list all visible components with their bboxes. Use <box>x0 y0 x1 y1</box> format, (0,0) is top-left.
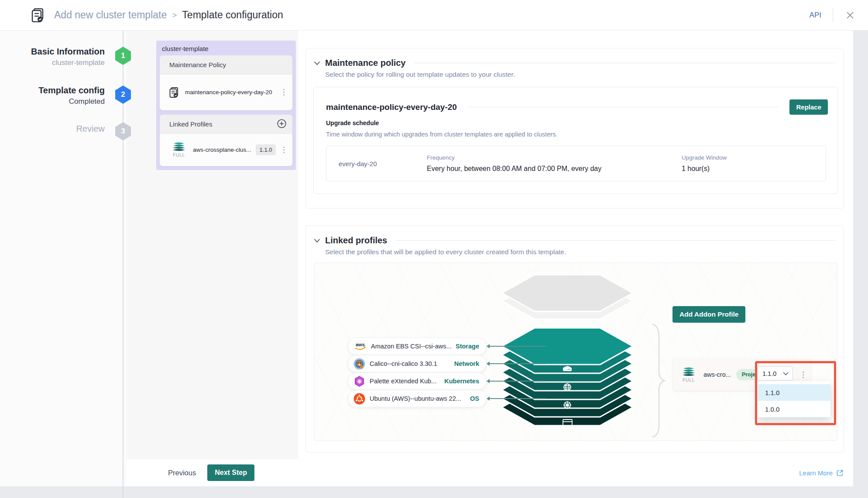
layer-pill-kubernetes[interactable]: ✳ Palette eXtended Kub... Kubernetes <box>348 372 487 390</box>
connector-storage <box>487 346 546 347</box>
step-1-number: 1 <box>121 51 125 60</box>
profile-name: aws-crossplane-clus... <box>193 147 251 153</box>
section-subtitle: Select the profiles that will be applied… <box>325 248 566 256</box>
section-divider <box>414 63 836 63</box>
breadcrumb-parent: Add new cluster template <box>54 9 167 21</box>
stack-layer-storage <box>502 328 633 373</box>
step-basic-information[interactable]: Basic Information cluster-template <box>0 46 105 68</box>
chevron-down-icon <box>783 372 789 375</box>
breadcrumb-separator: > <box>172 10 177 20</box>
add-addon-profile-button[interactable]: Add Addon Profile <box>672 306 745 323</box>
profile-stack-illustration <box>502 273 633 430</box>
collapse-linked-profiles-icon[interactable] <box>314 239 320 243</box>
linked-profiles-card-header: Linked Profiles <box>160 115 292 134</box>
profile-item-menu-icon[interactable] <box>280 145 287 155</box>
version-select-value: 1.1.0 <box>762 370 776 377</box>
maintenance-policy-section: Maintenance policy Select the policy for… <box>305 48 844 208</box>
version-option[interactable]: 1.0.0 <box>757 401 830 417</box>
maintenance-policy-item[interactable]: maintenance-policy-every-day-20 <box>160 75 292 110</box>
step-3-number: 3 <box>121 127 125 136</box>
layer-name: Calico--cni-calico 3.30.1 <box>370 360 450 367</box>
stack-brace <box>650 324 666 438</box>
frequency-value: Every hour, between 08:00 AM and 07:00 P… <box>427 165 682 173</box>
svg-text:✳: ✳ <box>357 378 362 385</box>
step-template-config[interactable]: Template config Completed <box>0 85 105 107</box>
palette-icon: ✳ <box>353 375 365 387</box>
policy-item-menu-icon[interactable] <box>280 88 287 97</box>
policy-name: maintenance-policy-every-day-20 <box>326 102 457 112</box>
previous-button[interactable]: Previous <box>168 469 196 477</box>
linked-profile-item[interactable]: FULL aws-crossplane-clus... 1.1.0 <box>160 134 292 166</box>
cluster-template-panel: cluster-template Maintenance Policy main… <box>156 41 296 170</box>
step-title: Review <box>0 123 105 134</box>
layer-type: Kubernetes <box>444 378 479 385</box>
linked-profiles-header-label: Linked Profiles <box>169 120 212 128</box>
schedule-policy-name: every-day-20 <box>326 160 427 167</box>
profile-layers-icon <box>682 367 696 376</box>
upgrade-window-value: 1 hour(s) <box>682 165 826 173</box>
attached-profile-name: aws-cro... <box>703 371 731 378</box>
layer-pill-network[interactable]: Calico--cni-calico 3.30.1 Network <box>348 355 487 372</box>
profile-diagram: aws Amazon EBS CSI--csi-aws... Storage <box>314 263 837 441</box>
section-title: Maintenance policy <box>325 58 406 68</box>
config-side-panel: cluster-template Maintenance Policy main… <box>127 31 298 486</box>
add-profile-icon[interactable] <box>277 119 286 130</box>
step-subtitle: Completed <box>0 96 105 107</box>
policy-divider <box>468 107 779 107</box>
header-divider <box>833 9 833 22</box>
maintenance-policy-detail-card: maintenance-policy-every-day-20 Replace … <box>313 87 838 194</box>
calico-icon <box>353 358 365 370</box>
replace-button[interactable]: Replace <box>789 99 828 115</box>
attached-profile-menu-icon[interactable] <box>799 370 806 379</box>
app-header: Add new cluster template > Template conf… <box>0 0 868 31</box>
version-select[interactable]: 1.1.0 <box>757 366 793 381</box>
upgrade-window-label: Upgrade Window <box>682 154 826 161</box>
ubuntu-icon <box>353 393 365 405</box>
next-step-button[interactable]: Next Step <box>207 464 254 481</box>
profile-version-badge: 1.1.0 <box>256 144 276 155</box>
connector-os <box>487 398 546 399</box>
version-option[interactable]: 1.1.0 <box>757 384 830 401</box>
schedule-table: every-day-20 Frequency Every hour, betwe… <box>326 146 826 181</box>
aws-icon: aws <box>353 341 367 352</box>
step-2-number: 2 <box>121 90 125 99</box>
layer-type: OS <box>470 395 479 402</box>
step-subtitle: cluster-template <box>0 57 105 68</box>
step-title: Basic Information <box>0 46 105 57</box>
collapse-maintenance-icon[interactable] <box>314 61 320 65</box>
policy-doc-icon <box>169 87 179 98</box>
policy-item-label: maintenance-policy-every-day-20 <box>185 89 272 96</box>
main-content: Maintenance policy Select the policy for… <box>298 31 853 459</box>
maintenance-policy-card: Maintenance Policy maintenance-policy-ev… <box>160 55 292 110</box>
breadcrumb: Add new cluster template > Template conf… <box>54 9 283 21</box>
external-link-icon <box>836 469 844 477</box>
page-right-gap <box>853 31 868 486</box>
section-title: Linked profiles <box>325 235 387 246</box>
profile-scope-label: FULL <box>683 377 695 382</box>
connector-kubernetes <box>487 381 546 382</box>
learn-more-label: Learn More <box>799 469 833 477</box>
upgrade-schedule-heading: Upgrade schedule <box>326 119 379 126</box>
layer-pill-os[interactable]: Ubuntu (AWS)--ubuntu-aws 22... OS <box>348 390 487 407</box>
learn-more-link[interactable]: Learn More <box>799 469 844 477</box>
close-icon[interactable] <box>844 10 856 21</box>
layer-name: Palette eXtended Kub... <box>370 378 440 385</box>
step-review[interactable]: Review <box>0 123 105 134</box>
api-link[interactable]: API <box>810 11 821 20</box>
layer-name: Amazon EBS CSI--csi-aws... <box>371 343 451 350</box>
layer-pill-storage[interactable]: aws Amazon EBS CSI--csi-aws... Storage <box>348 338 487 355</box>
maintenance-policy-card-header: Maintenance Policy <box>160 55 292 75</box>
section-divider <box>395 240 836 241</box>
section-subtitle: Select the policy for rolling out templa… <box>325 71 515 78</box>
cluster-template-icon <box>31 8 45 22</box>
page-bottom-strip <box>0 486 868 498</box>
layer-name: Ubuntu (AWS)--ubuntu-aws 22... <box>370 395 466 402</box>
layer-type: Network <box>454 360 479 367</box>
upgrade-schedule-description: Time window during which upgrades from c… <box>326 131 558 138</box>
profile-scope-label: FULL <box>173 152 185 157</box>
profile-layers-icon <box>172 142 186 151</box>
linked-profiles-card: Linked Profiles FULL aws-crossplane-clus… <box>160 115 292 166</box>
layer-type: Storage <box>456 343 479 350</box>
step-title: Template config <box>0 85 105 96</box>
aws-logo-text: aws <box>356 342 365 347</box>
